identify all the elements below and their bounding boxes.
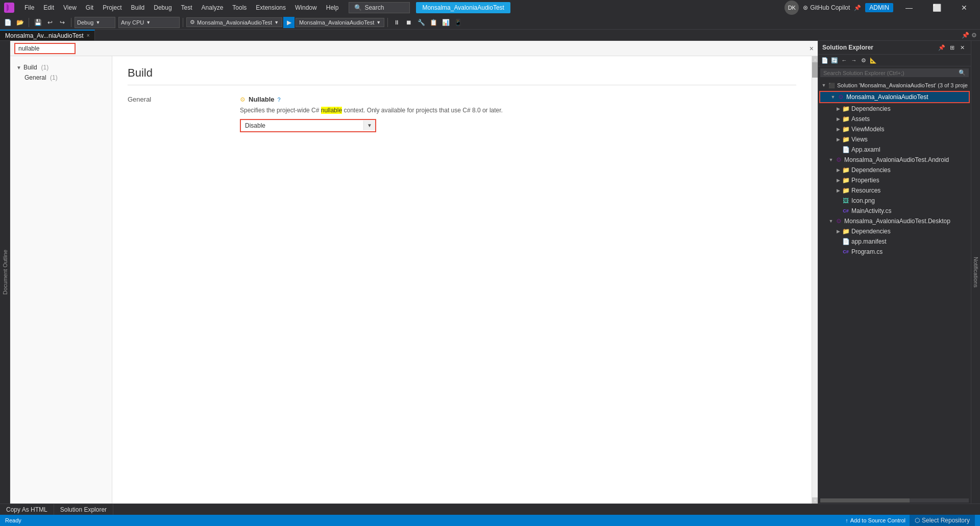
se-search-input[interactable]: [823, 70, 959, 76]
toolbar-debug-pause[interactable]: ⏸: [391, 17, 402, 28]
menu-file[interactable]: File: [20, 2, 38, 13]
menu-edit[interactable]: Edit: [39, 2, 58, 13]
toolbar-debug-stop[interactable]: ⏹: [403, 17, 414, 28]
github-copilot[interactable]: ⊛ GitHub Copilot: [803, 4, 850, 11]
tree-expand-android-props[interactable]: ▶: [835, 178, 842, 183]
tree-viewmodels[interactable]: ▶ 📁 ViewModels: [818, 124, 971, 134]
toolbar-undo[interactable]: ↩: [44, 17, 56, 28]
tree-expand-deps[interactable]: ▶: [835, 106, 842, 111]
build-config-combo[interactable]: Debug ▼: [75, 17, 115, 28]
toolbar-new[interactable]: 📄: [2, 17, 13, 28]
tree-expand-viewmodels[interactable]: ▶: [835, 127, 842, 132]
menu-window[interactable]: Window: [291, 2, 321, 13]
tree-expand-android[interactable]: ▼: [827, 157, 835, 162]
tree-expand-main-project[interactable]: ▼: [829, 94, 837, 100]
se-refresh-btn[interactable]: 🔄: [830, 56, 839, 65]
menu-test[interactable]: Test: [177, 2, 197, 13]
se-forward-btn[interactable]: →: [849, 56, 859, 65]
menu-help[interactable]: Help: [322, 2, 343, 13]
app-axaml-label: App.axaml: [851, 146, 880, 153]
run-button[interactable]: ▶: [283, 17, 295, 28]
se-pin-button[interactable]: 📌: [937, 43, 946, 52]
tree-android-properties[interactable]: ▶ 📁 Properties: [818, 175, 971, 185]
bottom-tab-copy-html[interactable]: Copy As HTML: [0, 504, 54, 515]
title-search[interactable]: 🔍 Search: [349, 2, 410, 13]
tree-expand-views[interactable]: ▶: [835, 137, 842, 142]
nullable-select[interactable]: Disable Enable Warnings Annotations: [241, 120, 363, 131]
tree-expand-desktop-deps[interactable]: ▶: [835, 229, 842, 234]
tree-solution-root[interactable]: ▼ ⬛ Solution 'Monsalma_AvaloniaAudioTest…: [818, 80, 971, 90]
select-repository-button[interactable]: ⬡ Select Repository: [910, 515, 975, 526]
toolbar-redo[interactable]: ↪: [57, 17, 68, 28]
toolbar-misc1[interactable]: 🔧: [415, 17, 427, 28]
menu-build[interactable]: Build: [127, 2, 149, 13]
tree-expand-android-deps[interactable]: ▶: [835, 168, 842, 173]
tree-android-deps[interactable]: ▶ 📁 Dependencies: [818, 165, 971, 175]
scroll-thumb[interactable]: [812, 62, 818, 78]
tree-icon-png[interactable]: 🖼 Icon.png: [818, 196, 971, 206]
general-nav-item[interactable]: General (1): [10, 73, 112, 83]
tree-views[interactable]: ▶ 📁 Views: [818, 134, 971, 145]
search-filter-close[interactable]: ×: [810, 44, 814, 53]
se-float-button[interactable]: ⊞: [947, 43, 957, 52]
se-preview-btn[interactable]: 📐: [869, 56, 878, 65]
tree-assets[interactable]: ▶ 📁 Assets: [818, 114, 971, 124]
tree-project-desktop[interactable]: ▼ ⚙ Monsalma_AvaloniaAudioTest.Desktop: [818, 216, 971, 226]
tree-mainactivity[interactable]: C# MainActivity.cs: [818, 206, 971, 216]
tree-project-main[interactable]: ▼ ⚙ Monsalma_AvaloniaAudioTest: [819, 91, 970, 103]
settings-pin[interactable]: 📌: [854, 5, 861, 11]
tree-app-manifest[interactable]: 📄 app.manifest: [818, 236, 971, 247]
tree-expand-assets[interactable]: ▶: [835, 116, 842, 122]
menu-analyze[interactable]: Analyze: [198, 2, 228, 13]
status-add-source-control[interactable]: ↑ Add to Source Control: [845, 517, 905, 523]
tree-expand-desktop[interactable]: ▼: [827, 219, 835, 224]
tree-expand-solution[interactable]: ▼: [820, 83, 827, 88]
toolbar-save-all[interactable]: 💾: [32, 17, 43, 28]
maximize-button[interactable]: ⬜: [925, 0, 948, 15]
run-target-combo[interactable]: Monsalma_AvaloniaAudioTest ▼: [296, 18, 384, 27]
assets-label: Assets: [851, 115, 870, 123]
menu-debug[interactable]: Debug: [150, 2, 176, 13]
tree-desktop-deps[interactable]: ▶ 📁 Dependencies: [818, 226, 971, 236]
project-run-name[interactable]: ⚙ Monsalma_AvaloniaAudioTest ▼: [186, 17, 282, 27]
pin-tabs-icon[interactable]: 📌: [962, 32, 969, 39]
tree-android-resources[interactable]: ▶ 📁 Resources: [818, 185, 971, 196]
settings-scrollbar[interactable]: ▲ ▼: [812, 56, 818, 504]
se-properties-btn[interactable]: ⚙: [859, 56, 868, 65]
se-close-button[interactable]: ✕: [958, 43, 967, 52]
doc-tab-project-settings[interactable]: Monsalma_Av...niaAudioTest ×: [0, 30, 95, 40]
bottom-tab-solution-explorer[interactable]: Solution Explorer: [54, 504, 113, 515]
tree-app-axaml[interactable]: 📄 App.axaml: [818, 145, 971, 155]
toolbar-misc4[interactable]: 📱: [452, 17, 463, 28]
platform-combo[interactable]: Any CPU ▼: [118, 17, 180, 28]
se-search-icon: 🔍: [959, 69, 966, 76]
select-dropdown-arrow[interactable]: ▼: [363, 121, 375, 130]
tree-dependencies-1[interactable]: ▶ 📁 Dependencies: [818, 104, 971, 114]
doc-tab-close[interactable]: ×: [87, 33, 90, 38]
admin-button[interactable]: ADMIN: [865, 3, 893, 12]
scroll-down-btn[interactable]: ▼: [812, 497, 818, 504]
tree-program-cs[interactable]: C# Program.cs: [818, 247, 971, 257]
close-button[interactable]: ✕: [952, 0, 976, 15]
menu-tools[interactable]: Tools: [228, 2, 251, 13]
menu-git[interactable]: Git: [82, 2, 97, 13]
toolbar-misc2[interactable]: 📋: [428, 17, 439, 28]
menu-view[interactable]: View: [59, 2, 81, 13]
toolbar-misc3[interactable]: 📊: [440, 17, 451, 28]
user-avatar[interactable]: DK: [785, 1, 799, 15]
tree-expand-android-res[interactable]: ▶: [835, 188, 842, 193]
search-filter-input[interactable]: [14, 43, 76, 54]
menu-extensions[interactable]: Extensions: [252, 2, 290, 13]
menu-project[interactable]: Project: [99, 2, 126, 13]
toolbar-open[interactable]: 📂: [14, 17, 26, 28]
se-show-allfiles-btn[interactable]: 📄: [820, 56, 829, 65]
settings-icon[interactable]: ⚙: [971, 32, 977, 39]
minimize-button[interactable]: —: [897, 0, 921, 15]
se-hscroll-thumb[interactable]: [820, 498, 910, 503]
se-back-btn[interactable]: ←: [840, 56, 849, 65]
tree-project-android[interactable]: ▼ ⚙ Monsalma_AvaloniaAudioTest.Android: [818, 155, 971, 165]
build-nav-group-header[interactable]: ▼ Build (1): [10, 62, 112, 73]
se-hscroll-track[interactable]: [820, 498, 969, 503]
nullable-info-icon[interactable]: ?: [278, 97, 281, 103]
scroll-up-btn[interactable]: ▲: [812, 56, 818, 62]
